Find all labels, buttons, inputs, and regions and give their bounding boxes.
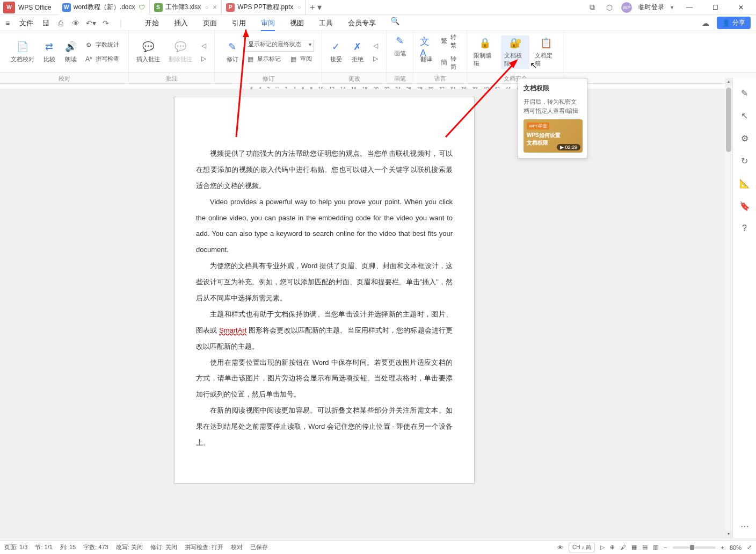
- layout-icon[interactable]: ▤: [642, 544, 648, 551]
- zoom-value[interactable]: 80%: [730, 544, 742, 551]
- menu-tab-insert[interactable]: 插入: [166, 15, 195, 31]
- lock-icon[interactable]: 🖋: [620, 544, 626, 551]
- maximize-button[interactable]: ☐: [706, 0, 725, 15]
- print-icon[interactable]: ⎙: [55, 17, 67, 29]
- pen-button[interactable]: ✎画笔: [390, 33, 410, 59]
- doc-permission-button[interactable]: 🔐文档权限: [501, 35, 529, 69]
- menu-tab-start[interactable]: 开始: [137, 15, 166, 31]
- ruler-icon[interactable]: 📐: [738, 177, 751, 190]
- close-button[interactable]: ✕: [731, 0, 751, 15]
- minimize-button[interactable]: —: [680, 0, 699, 15]
- reject-button[interactable]: ✗拒绝: [348, 39, 367, 64]
- menu-tab-review[interactable]: 审阅: [253, 15, 282, 31]
- undo-icon[interactable]: ↶▾: [85, 17, 97, 29]
- insert-comment-button[interactable]: 💬插入批注: [133, 39, 163, 64]
- hamburger-icon[interactable]: ≡: [2, 19, 13, 27]
- delete-comment-button[interactable]: 💬删除批注: [165, 39, 195, 64]
- menu-tab-member[interactable]: 会员专享: [340, 15, 383, 31]
- tab-add-button[interactable]: + ▾: [306, 2, 326, 12]
- redo-icon[interactable]: ↷: [100, 17, 112, 29]
- tab-label: 工作簿3.xlsx: [165, 3, 201, 12]
- next-comment-button[interactable]: ▷: [198, 53, 210, 64]
- save-icon[interactable]: 🖫: [40, 17, 52, 29]
- scroll-up-icon[interactable]: ▴: [725, 78, 732, 85]
- paragraph[interactable]: 主题和样式也有助于文档保持协调。当您单击设计并选择新的主题时，图片、图表或 Sm…: [196, 306, 453, 355]
- select-icon[interactable]: ↖: [738, 109, 751, 122]
- revision-status[interactable]: 修订: 关闭: [150, 543, 177, 551]
- accept-button[interactable]: ✓接受: [326, 39, 346, 64]
- track-button[interactable]: ✎修订: [223, 39, 242, 64]
- review-button[interactable]: ▦审阅: [287, 54, 314, 64]
- help-icon[interactable]: ?: [738, 222, 751, 235]
- scroll-thumb[interactable]: [726, 88, 731, 152]
- next-change-button[interactable]: ▷: [369, 53, 382, 64]
- doc-final-button[interactable]: 📋文档定稿: [532, 35, 560, 69]
- paragraph[interactable]: Video provides a powerful way to help yo…: [196, 194, 453, 258]
- translate-button[interactable]: 文A翻译: [417, 39, 436, 64]
- to-simp-button[interactable]: 簡转简: [438, 54, 463, 72]
- globe-icon[interactable]: ⊕: [610, 544, 615, 551]
- read-button[interactable]: 🔊朗读: [61, 39, 81, 64]
- tab-close-icon[interactable]: ✕: [213, 4, 217, 10]
- page-status[interactable]: 页面: 1/3: [4, 543, 27, 551]
- preview-icon[interactable]: 👁: [70, 17, 82, 29]
- more-icon[interactable]: ⋯: [738, 520, 751, 533]
- tooltip-video[interactable]: WPS学堂 WPS如何设置 文档权限 ▶ 02:29: [524, 119, 583, 153]
- proof-status[interactable]: 校对: [231, 543, 243, 551]
- menu-tab-view[interactable]: 视图: [282, 15, 311, 31]
- eye-icon[interactable]: 👁: [557, 544, 563, 551]
- expand-icon[interactable]: ⤢: [747, 544, 752, 551]
- document-area: ⋮⋮ 视频提供了功能强大的方法帮助您证明您的观点。当您单击联机视频时，可以在想要…: [0, 89, 732, 538]
- sync-icon[interactable]: ↻: [738, 154, 751, 167]
- page[interactable]: 视频提供了功能强大的方法帮助您证明您的观点。当您单击联机视频时，可以在想要添加的…: [174, 97, 475, 484]
- layout-icon[interactable]: ▥: [653, 544, 658, 551]
- paragraph[interactable]: 为使您的文档具有专业外观，Word 提供了页眉、页脚、封面和文本框设计，这些设计…: [196, 258, 453, 306]
- chevron-down-icon[interactable]: ▾: [671, 4, 673, 10]
- zoom-slider[interactable]: [673, 546, 716, 549]
- devices-icon[interactable]: ⧉: [587, 2, 598, 13]
- spellcheck-button[interactable]: Aᵇ拼写检查: [83, 54, 121, 64]
- track-display-dropdown[interactable]: 显示标记的最终状态: [244, 40, 314, 52]
- prev-change-button[interactable]: ◁: [369, 40, 382, 51]
- menu-tab-page[interactable]: 页面: [195, 15, 224, 31]
- paragraph[interactable]: 在新的阅读视图中阅读更加容易。可以折叠文档某些部分并关注所需文本。如果在达到结尾…: [196, 402, 453, 451]
- tab-ppt[interactable]: P WPS PPT教程.pptx ○: [222, 0, 306, 15]
- scroll-down-icon[interactable]: ▾: [725, 530, 732, 538]
- vertical-scrollbar[interactable]: ▴ ▾: [725, 78, 732, 538]
- prev-comment-button[interactable]: ◁: [198, 40, 210, 51]
- play-icon[interactable]: ▷: [600, 544, 605, 551]
- show-marks-button[interactable]: ▦显示标记: [244, 54, 283, 64]
- tab-close-icon[interactable]: ○: [297, 4, 301, 10]
- compare-button[interactable]: ⇄比较: [40, 39, 59, 64]
- zoom-in-button[interactable]: +: [721, 544, 724, 551]
- wordcount-button[interactable]: ⚙字数统计: [83, 40, 121, 51]
- paragraph[interactable]: 视频提供了功能强大的方法帮助您证明您的观点。当您单击联机视频时，可以在想要添加的…: [196, 146, 453, 194]
- spell-status[interactable]: 拼写检查: 打开: [185, 543, 223, 551]
- login-status[interactable]: 临时登录: [638, 3, 664, 12]
- wordcount-status[interactable]: 字数: 473: [83, 543, 108, 551]
- settings-icon[interactable]: ⚙: [738, 132, 751, 145]
- tab-close-icon[interactable]: ○: [205, 4, 208, 10]
- section-status[interactable]: 节: 1/1: [35, 543, 52, 551]
- tab-word[interactable]: W word教程（新）.docx 🛡: [58, 0, 150, 15]
- cube-icon[interactable]: ⬡: [604, 2, 615, 13]
- layout-icon[interactable]: ▦: [631, 544, 637, 551]
- restrict-edit-button[interactable]: 🔒限制编辑: [470, 35, 499, 69]
- menu-tab-tools[interactable]: 工具: [311, 15, 340, 31]
- share-button[interactable]: 👤 分享: [717, 17, 751, 29]
- pencil-icon[interactable]: ✎: [738, 87, 751, 99]
- col-status[interactable]: 列: 15: [60, 543, 76, 551]
- cloud-icon[interactable]: ☁: [700, 17, 711, 29]
- menu-tab-ref[interactable]: 引用: [224, 15, 253, 31]
- tab-sheet[interactable]: S 工作簿3.xlsx ○ ✕: [150, 0, 222, 15]
- zoom-out-button[interactable]: −: [664, 544, 667, 551]
- overwrite-status[interactable]: 改写: 关闭: [116, 543, 143, 551]
- avatar[interactable]: WP: [621, 2, 632, 13]
- doc-proof-button[interactable]: 📄文档校对: [8, 39, 38, 64]
- search-icon[interactable]: 🔍: [389, 15, 401, 27]
- paragraph[interactable]: 使用在需要位置出现的新按钮在 Word 中保存时间。若要更改图片适应文档的方式，…: [196, 355, 453, 403]
- ime-indicator[interactable]: CH ♪ 简: [569, 543, 595, 552]
- file-menu[interactable]: 文件: [16, 18, 37, 28]
- bookmark-icon[interactable]: 🔖: [738, 199, 751, 212]
- to-trad-button[interactable]: 繁转繁: [438, 32, 463, 51]
